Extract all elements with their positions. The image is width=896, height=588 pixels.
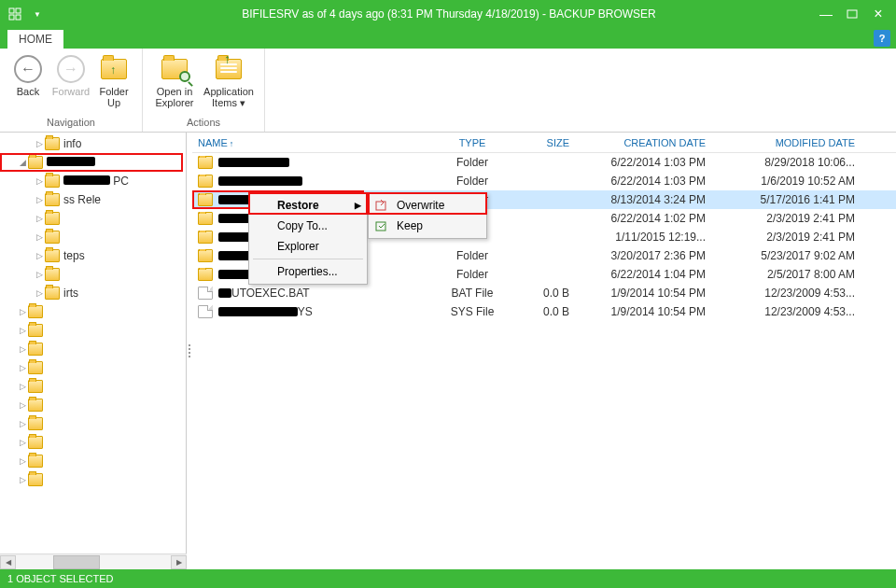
svg-rect-4 [847,10,857,18]
maximize-button[interactable] [840,5,864,23]
scroll-left-button[interactable]: ◀ [0,555,16,569]
column-creation-date[interactable]: CREATION DATE [575,137,724,148]
cell-name [192,175,426,188]
folder-tree[interactable]: ▷info◢ ▷ PC▷ss Rele▷▷▷teps▷▷irts▷▷▷▷▷▷▷▷… [0,133,187,569]
column-type[interactable]: TYPE [426,137,519,148]
tree-item[interactable]: ▷ [0,414,186,433]
expand-arrow-icon[interactable]: ▷ [17,326,28,335]
tree-item[interactable]: ▷ [0,433,186,452]
tree-item-label [47,156,95,169]
svg-rect-0 [9,8,14,13]
expand-arrow-icon[interactable]: ▷ [34,270,45,279]
qat-dropdown-icon[interactable]: ▼ [28,5,47,23]
tree-item[interactable]: ▷ [0,396,186,414]
list-row[interactable]: YSSYS File0.0 B1/9/2014 10:54 PM12/23/20… [192,302,896,321]
tree-item[interactable]: ▷ [0,265,186,284]
tree-item[interactable]: ▷ [0,321,186,340]
expand-arrow-icon[interactable]: ▷ [34,214,45,223]
application-items-button[interactable]: ↑ Application Items ▾ [201,52,257,117]
folder-icon [198,175,213,188]
application-items-label: Application Items ▾ [203,86,254,108]
column-modified-date[interactable]: MODIFIED DATE [724,137,864,148]
tree-item[interactable]: ▷ [0,452,186,470]
cell-creation-date: 6/22/2014 1:03 PM [575,156,724,169]
tree-item[interactable]: ▷ [0,302,186,321]
folder-icon [198,156,213,169]
restore-submenu: Overwrite Keep [368,192,487,239]
submenu-keep[interactable]: Keep [369,216,486,236]
folder-icon [45,231,60,244]
expand-arrow-icon[interactable]: ▷ [34,288,45,298]
menu-copy-to[interactable]: Copy To... [249,216,367,236]
scroll-right-button[interactable]: ▶ [171,555,187,569]
folder-icon [198,212,213,225]
expand-arrow-icon[interactable]: ▷ [17,382,28,391]
menu-explorer[interactable]: Explorer [249,236,367,257]
close-button[interactable]: × [866,5,890,23]
cell-modified-date: 12/23/2009 4:53... [724,287,864,300]
folder-icon [28,156,43,169]
tree-item[interactable]: ▷ [0,340,186,358]
ribbon-tabbar: HOME ? [0,28,896,49]
expand-arrow-icon[interactable]: ▷ [17,419,28,428]
qat-icon[interactable] [6,5,24,23]
file-list[interactable]: NAME↑ TYPE SIZE CREATION DATE MODIFIED D… [192,133,896,569]
expand-arrow-icon[interactable]: ▷ [34,251,45,260]
expand-arrow-icon[interactable]: ◢ [17,158,28,167]
folder-icon [28,343,43,356]
list-row[interactable]: Folder6/22/2014 1:03 PM8/29/2018 10:06..… [192,153,896,172]
folder-icon [28,473,43,486]
expand-arrow-icon[interactable]: ▷ [17,400,28,410]
tree-item[interactable]: ▷irts [0,284,186,302]
folder-up-button[interactable]: ↑ Folder Up [93,52,134,117]
tree-item[interactable]: ▷teps [0,246,186,265]
tree-item[interactable]: ▷ [0,209,186,228]
list-row[interactable]: Folder6/22/2014 1:03 PM1/6/2019 10:52 AM [192,172,896,190]
tree-item[interactable]: ◢ [0,153,186,172]
column-size[interactable]: SIZE [519,137,575,148]
titlebar: ▼ BIFILESRV as of 4 days ago (8:31 PM Th… [0,0,896,28]
menu-properties[interactable]: Properties... [249,261,367,282]
tree-item[interactable]: ▷info [0,134,186,153]
folder-up-label: Folder Up [99,86,128,108]
expand-arrow-icon[interactable]: ▷ [17,363,28,372]
expand-arrow-icon[interactable]: ▷ [17,456,28,466]
column-name[interactable]: NAME↑ [192,137,426,148]
scroll-thumb[interactable] [53,555,100,569]
folder-icon [28,417,43,430]
folder-icon [45,193,60,206]
submenu-overwrite[interactable]: Overwrite [369,195,486,216]
scroll-track[interactable] [16,555,171,569]
minimize-button[interactable]: — [814,5,838,23]
tree-item[interactable]: ▷ss Rele [0,190,186,209]
tree-item[interactable]: ▷ [0,377,186,396]
tree-item-label: info [63,137,81,150]
context-menu: Restore ▶ Copy To... Explorer Properties… [248,192,368,285]
expand-arrow-icon[interactable]: ▷ [34,176,45,186]
folder-icon [198,249,213,262]
forward-button[interactable]: → Forward [50,52,91,117]
tree-item[interactable]: ▷ [0,358,186,377]
folder-icon [45,212,60,225]
menu-restore[interactable]: Restore ▶ [249,195,367,216]
tree-item[interactable]: ▷ [0,470,186,489]
tree-item[interactable]: ▷ PC [0,172,186,190]
list-row[interactable]: UTOEXEC.BATBAT File0.0 B1/9/2014 10:54 P… [192,284,896,302]
expand-arrow-icon[interactable]: ▷ [34,195,45,204]
expand-arrow-icon[interactable]: ▷ [17,438,28,447]
expand-arrow-icon[interactable]: ▷ [17,475,28,484]
open-in-explorer-button[interactable]: Open in Explorer [150,52,199,117]
overwrite-icon [374,198,389,213]
tree-item[interactable]: ▷ [0,228,186,246]
window-title: BIFILESRV as of 4 days ago (8:31 PM Thur… [84,7,814,21]
help-button[interactable]: ? [874,30,890,47]
ribbon-group-actions-label: Actions [150,117,257,130]
expand-arrow-icon[interactable]: ▷ [34,139,45,148]
back-button[interactable]: ← Back [7,52,49,117]
expand-arrow-icon[interactable]: ▷ [17,307,28,316]
svg-rect-5 [376,202,385,210]
expand-arrow-icon[interactable]: ▷ [17,344,28,354]
tab-home[interactable]: HOME [7,30,63,49]
expand-arrow-icon[interactable]: ▷ [34,232,45,242]
tree-scrollbar-horizontal[interactable]: ◀ ▶ [0,553,187,569]
